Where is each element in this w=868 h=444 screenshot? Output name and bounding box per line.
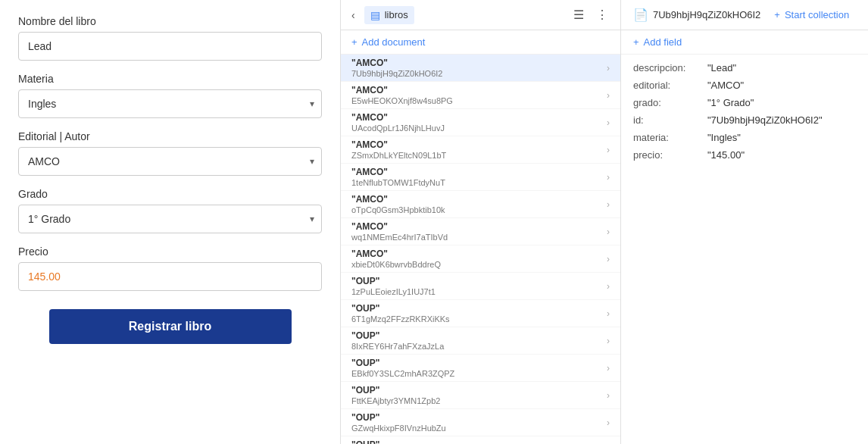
chevron-right-icon: › — [607, 308, 610, 319]
grado-select[interactable]: 1° Grado 2° Grado 3° Grado 4° Grado 5° G… — [18, 205, 322, 233]
doc-item-content: "AMCO" E5wHEOKOXnjf8w4su8PG — [351, 85, 453, 105]
doc-item-name: "AMCO" — [351, 139, 446, 150]
chevron-right-icon: › — [607, 199, 610, 210]
field-key: grado: — [633, 97, 701, 108]
doc-item-name: "OUP" — [351, 276, 436, 286]
field-value: "7Ub9hbjH9qZiZ0kHO6I2" — [707, 114, 823, 126]
doc-item-id: EBkf0Y3SLC2mhAR3ZQPZ — [351, 369, 454, 378]
start-collection-label: Start collection — [785, 9, 849, 20]
doc-item-id: 1teNflubTOMW1FtdyNuT — [351, 178, 445, 187]
start-collection-plus-icon: + — [774, 9, 780, 20]
list-item[interactable]: "OUP" EBkf0Y3SLC2mhAR3ZQPZ › — [341, 355, 620, 382]
precio-label: Precio — [18, 245, 322, 258]
list-item[interactable]: "AMCO" ZSmxDhLkYEltcN09L1bT › — [341, 136, 620, 164]
list-item[interactable]: "AMCO" 1teNflubTOMW1FtdyNuT › — [341, 164, 620, 191]
doc-id-label: 📄 7Ub9hbjH9qZiZ0kHO6I2 — [633, 8, 760, 22]
doc-item-content: "OUP" GZwqHkixpF8IVnzHubZu — [351, 412, 446, 433]
materia-select-wrapper: Ingles Español Matematicas Ciencias ▾ — [18, 89, 322, 118]
add-field-label: Add field — [644, 36, 682, 48]
precio-input[interactable] — [18, 262, 322, 291]
doc-item-id: ZSmxDhLkYEltcN09L1bT — [351, 151, 446, 160]
collection-tab-name: libros — [385, 9, 408, 20]
chevron-right-icon: › — [607, 390, 610, 401]
doc-item-id: 1zPuLEoiezILy1IUJ7t1 — [351, 287, 436, 296]
doc-item-name: "OUP" — [351, 303, 450, 314]
grado-select-wrapper: 1° Grado 2° Grado 3° Grado 4° Grado 5° G… — [18, 205, 322, 233]
grado-field-group: Grado 1° Grado 2° Grado 3° Grado 4° Grad… — [18, 188, 322, 233]
list-item[interactable]: "OUP" FttKEAjbtyr3YMN1Zpb2 › — [341, 382, 620, 409]
doc-item-content: "AMCO" oTpCq0Gsm3Hpbktib10k — [351, 194, 445, 214]
doc-item-name: "OUP" — [351, 330, 444, 341]
header-icons: ☰ ⋮ — [569, 5, 613, 25]
list-item[interactable]: "OUP" GZwqHkixpF8IVnzHubZu › — [341, 409, 620, 436]
collection-tab[interactable]: ▤ libros — [364, 6, 414, 24]
doc-item-id: oTpCq0Gsm3Hpbktib10k — [351, 205, 445, 214]
more-options-button[interactable]: ⋮ — [592, 5, 613, 25]
doc-item-name: "AMCO" — [351, 112, 445, 123]
doc-item-name: "OUP" — [351, 412, 446, 423]
table-row: precio: "145.00" — [633, 149, 856, 161]
field-value: "Ingles" — [707, 132, 741, 143]
doc-item-id: 6T1gMzq2FFzzRKRXiKKs — [351, 314, 450, 324]
list-item[interactable]: "AMCO" 7Ub9hbjH9qZiZ0kHO6I2 › — [341, 55, 620, 82]
list-item[interactable]: "OUP" 8IxREY6Hr7ahFXzaJzLa › — [341, 327, 620, 355]
add-field-row[interactable]: + Add field — [621, 30, 868, 55]
left-panel: Nombre del libro Materia Ingles Español … — [0, 0, 341, 444]
chevron-right-icon: › — [607, 336, 610, 346]
chevron-right-icon: › — [607, 417, 610, 428]
list-item[interactable]: "AMCO" xbieDt0K6bwrvbBddreQ › — [341, 245, 620, 273]
grado-label: Grado — [18, 188, 322, 200]
doc-item-content: "OUP" FttKEAjbtyr3YMN1Zpb2 — [351, 385, 440, 405]
right-header: 📄 7Ub9hbjH9qZiZ0kHO6I2 + Start collectio… — [621, 0, 868, 30]
editorial-field-group: Editorial | Autor AMCO OUP Pearson Santi… — [18, 130, 322, 176]
doc-item-id: E5wHEOKOXnjf8w4su8PG — [351, 96, 453, 105]
table-row: id: "7Ub9hbjH9qZiZ0kHO6I2" — [633, 114, 856, 126]
field-value: "1° Grado" — [707, 97, 754, 108]
materia-select[interactable]: Ingles Español Matematicas Ciencias — [18, 89, 322, 118]
chevron-right-icon: › — [607, 172, 610, 183]
materia-label: Materia — [18, 73, 322, 85]
doc-item-content: "AMCO" UAcodQpLr1J6NjhLHuvJ — [351, 112, 445, 133]
right-panel: 📄 7Ub9hbjH9qZiZ0kHO6I2 + Start collectio… — [621, 0, 868, 444]
field-key: materia: — [633, 132, 701, 143]
doc-item-name: "AMCO" — [351, 221, 448, 232]
list-item[interactable]: "OUP" JSnjnQUujOVNqeNDPIqM › — [341, 436, 620, 444]
start-collection-button[interactable]: + Start collection — [768, 6, 855, 23]
list-item[interactable]: "AMCO" UAcodQpLr1J6NjhLHuvJ › — [341, 109, 620, 136]
doc-item-content: "OUP" EBkf0Y3SLC2mhAR3ZQPZ — [351, 358, 454, 378]
list-item[interactable]: "AMCO" E5wHEOKOXnjf8w4su8PG › — [341, 82, 620, 109]
field-key: precio: — [633, 149, 701, 161]
doc-item-name: "AMCO" — [351, 58, 442, 68]
doc-item-id: GZwqHkixpF8IVnzHubZu — [351, 424, 446, 433]
doc-item-id: wq1NMEmEc4hrI7aTIbVd — [351, 233, 448, 242]
add-document-row[interactable]: + Add document — [341, 30, 620, 55]
list-item[interactable]: "AMCO" oTpCq0Gsm3Hpbktib10k › — [341, 191, 620, 218]
doc-item-id: 7Ub9hbjH9qZiZ0kHO6I2 — [351, 69, 442, 78]
collection-tab-icon: ▤ — [370, 9, 380, 21]
field-value: "Lead" — [707, 62, 736, 73]
doc-item-id: UAcodQpLr1J6NjhLHuvJ — [351, 124, 445, 133]
add-document-label: Add document — [362, 36, 426, 48]
list-item[interactable]: "OUP" 1zPuLEoiezILy1IUJ7t1 › — [341, 273, 620, 300]
precio-field-group: Precio — [18, 245, 322, 291]
editorial-label: Editorial | Autor — [18, 130, 322, 142]
collapse-left-button[interactable]: ‹ — [348, 6, 358, 24]
table-row: grado: "1° Grado" — [633, 97, 856, 108]
middle-panel: ‹ ▤ libros ☰ ⋮ + Add document "AMCO" 7Ub… — [341, 0, 621, 444]
table-row: materia: "Ingles" — [633, 132, 856, 143]
editorial-select[interactable]: AMCO OUP Pearson Santillana — [18, 147, 322, 176]
doc-item-content: "OUP" JSnjnQUujOVNqeNDPIqM — [351, 439, 450, 444]
list-item[interactable]: "OUP" 6T1gMzq2FFzzRKRXiKKs › — [341, 300, 620, 327]
doc-item-name: "AMCO" — [351, 249, 441, 259]
filter-icon-button[interactable]: ☰ — [569, 5, 589, 25]
doc-item-name: "OUP" — [351, 358, 454, 368]
register-button[interactable]: Registrar libro — [49, 309, 292, 344]
doc-item-content: "OUP" 1zPuLEoiezILy1IUJ7t1 — [351, 276, 436, 296]
add-field-plus-icon: + — [633, 36, 639, 48]
list-item[interactable]: "AMCO" wq1NMEmEc4hrI7aTIbVd › — [341, 218, 620, 245]
nombre-input[interactable] — [18, 32, 322, 61]
chevron-right-icon: › — [607, 363, 610, 374]
doc-item-content: "AMCO" ZSmxDhLkYEltcN09L1bT — [351, 139, 446, 160]
doc-item-content: "OUP" 6T1gMzq2FFzzRKRXiKKs — [351, 303, 450, 324]
document-icon: 📄 — [633, 8, 648, 22]
